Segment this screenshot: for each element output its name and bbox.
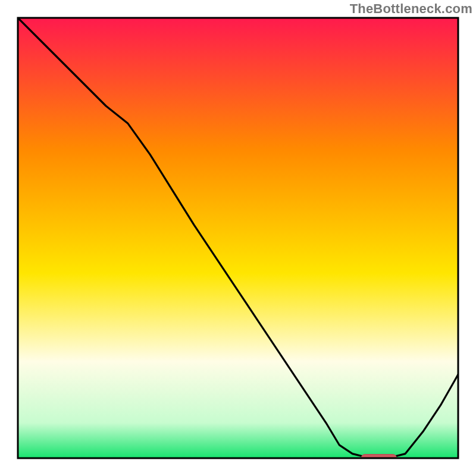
bottleneck-chart [0, 0, 476, 476]
